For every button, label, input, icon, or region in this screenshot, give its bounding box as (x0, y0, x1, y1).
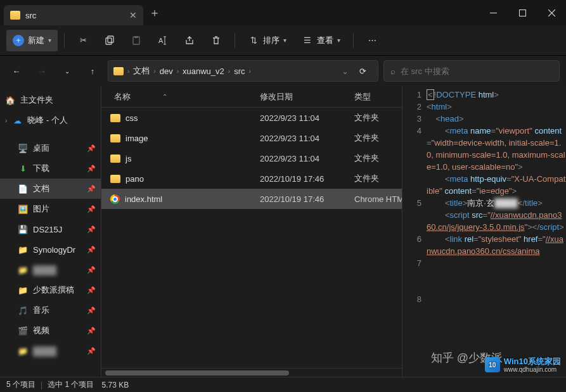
bc-item[interactable]: 文档 (133, 65, 150, 77)
sidebar-item[interactable]: 📁少数派撰稿📌 (0, 280, 101, 300)
sidebar-label: 文档 (33, 183, 49, 194)
chevron-right-icon: › (248, 68, 250, 75)
bc-item[interactable]: src (234, 66, 245, 76)
share-button[interactable] (177, 30, 202, 51)
home-icon: 🏠 (5, 95, 15, 105)
file-name: pano (125, 174, 144, 184)
chevron-down-icon[interactable]: ⌄ (342, 66, 349, 76)
column-header: 名称 ⌃ 修改日期 类型 (101, 86, 402, 108)
pin-icon: 📌 (87, 286, 96, 294)
svg-rect-2 (106, 38, 112, 44)
plus-icon: + (13, 35, 24, 46)
file-row[interactable]: js2022/9/23 11:04文件夹 (101, 148, 402, 168)
col-type[interactable]: 类型 (352, 91, 402, 103)
forward-button[interactable]: → (32, 61, 52, 81)
window-controls (479, 0, 566, 25)
file-row[interactable]: pano2022/10/19 17:46文件夹 (101, 168, 402, 189)
tab-src[interactable]: src ✕ (4, 5, 143, 25)
folder-icon (110, 175, 120, 183)
sidebar-item[interactable]: 🎵音乐📌 (0, 300, 101, 320)
sidebar-home[interactable]: 🏠 主文件夹 (0, 90, 101, 110)
sidebar-item[interactable]: 💾DS215J📌 (0, 219, 101, 239)
close-icon[interactable]: ✕ (129, 10, 137, 20)
file-name: index.html (125, 194, 162, 204)
sidebar: 🏠 主文件夹 › ☁ 晓峰 - 个人 🖥️桌面📌⬇下载📌📄文档📌🖼️图片📌💾DS… (0, 86, 101, 377)
file-date: 2022/10/19 17:46 (260, 194, 352, 204)
folder-icon (110, 155, 120, 163)
pin-icon: 📌 (87, 266, 96, 274)
sidebar-label: 晓峰 - 个人 (27, 115, 68, 126)
sidebar-item[interactable]: 🖥️桌面📌 (0, 138, 101, 158)
new-tab-button[interactable]: ＋ (143, 5, 166, 20)
file-row[interactable]: image2022/9/23 11:04文件夹 (101, 128, 402, 148)
search-input[interactable] (401, 66, 553, 76)
rename-button[interactable]: A (151, 30, 175, 51)
chevron-right-icon: › (127, 68, 129, 75)
sidebar-item[interactable]: 📄文档📌 (0, 179, 101, 199)
minimize-button[interactable] (479, 0, 508, 25)
file-date: 2022/9/23 11:04 (260, 113, 352, 123)
copy-button[interactable] (98, 30, 122, 51)
pin-icon: 📌 (87, 185, 96, 193)
chevron-down-icon: ▾ (48, 37, 51, 44)
sidebar-item[interactable]: 🖼️图片📌 (0, 199, 101, 219)
pin-icon: 📌 (87, 347, 96, 355)
sidebar-label: 少数派撰稿 (33, 284, 74, 296)
sidebar-label: SynologyDr (33, 245, 75, 255)
line-gutter: 1234 5 6 7 8 (402, 86, 427, 377)
chevron-down-icon: ▾ (283, 37, 286, 44)
close-window-button[interactable] (537, 0, 566, 25)
trash-icon (210, 35, 222, 46)
delete-button[interactable] (204, 30, 228, 51)
view-button[interactable]: ☰ 查看 ▾ (295, 30, 347, 51)
sidebar-item[interactable]: 🎬视频📌 (0, 320, 101, 341)
bc-item[interactable]: dev (160, 66, 173, 76)
file-date: 2022/9/23 11:04 (260, 154, 352, 163)
sidebar-icon: 🖼️ (18, 204, 28, 214)
sidebar-item[interactable]: ⬇下载📌 (0, 158, 101, 179)
sidebar-personal[interactable]: › ☁ 晓峰 - 个人 (0, 110, 101, 130)
watermark-site: 10 Win10系统家园 www.qdhuajin.com (485, 357, 561, 373)
sidebar-icon: 🎵 (18, 305, 28, 315)
more-button[interactable]: ⋯ (360, 30, 384, 51)
sidebar-item[interactable]: 📁████📌 (0, 260, 101, 280)
paste-button[interactable] (124, 30, 148, 51)
view-label: 查看 (317, 35, 333, 46)
svg-rect-1 (519, 9, 525, 16)
sort-button[interactable]: ⇅ 排序 ▾ (241, 30, 293, 51)
sidebar-item[interactable]: 📁SynologyDr📌 (0, 239, 101, 260)
col-name[interactable]: 名称 ⌃ (101, 91, 260, 103)
cloud-icon: ☁ (12, 115, 22, 125)
status-count: 5 个项目 (6, 379, 35, 390)
chevron-down-icon: ▾ (337, 37, 340, 44)
pin-icon: 📌 (87, 205, 96, 213)
file-name: css (125, 113, 138, 123)
search-field[interactable]: ⌕ (383, 60, 560, 82)
tab-title: src (25, 11, 36, 20)
rename-icon: A (157, 35, 169, 46)
hscrollbar[interactable] (101, 368, 402, 377)
sidebar-icon: 💾 (18, 224, 28, 234)
new-button[interactable]: + 新建 ▾ (6, 30, 58, 51)
recent-button[interactable]: ⌄ (57, 61, 77, 81)
file-row[interactable]: css2022/9/23 11:04文件夹 (101, 108, 402, 128)
nav-row: ← → ⌄ ↑ › 文档 › dev › xuanwu_v2 › src › ⌄… (0, 56, 566, 86)
col-date[interactable]: 修改日期 (260, 91, 352, 103)
maximize-button[interactable] (508, 0, 537, 25)
svg-rect-0 (490, 13, 497, 13)
pin-icon: 📌 (87, 144, 96, 153)
file-row[interactable]: index.html2022/10/19 17:46Chrome HTML (101, 189, 402, 209)
bc-item[interactable]: xuanwu_v2 (183, 66, 224, 76)
up-button[interactable]: ↑ (82, 61, 103, 81)
refresh-button[interactable]: ⟳ (352, 66, 373, 76)
pin-icon: 📌 (87, 246, 96, 254)
sidebar-icon: 📁 (18, 244, 28, 255)
copy-icon (104, 35, 115, 46)
sidebar-icon: 🖥️ (18, 143, 28, 153)
back-button[interactable]: ← (6, 61, 27, 81)
chrome-icon (110, 194, 120, 204)
cut-button[interactable]: ✂ (71, 30, 95, 51)
sidebar-item[interactable]: 📁████📌 (0, 341, 101, 361)
breadcrumb[interactable]: › 文档 › dev › xuanwu_v2 › src › ⌄ ⟳ (108, 60, 378, 82)
file-type: 文件夹 (352, 173, 402, 184)
